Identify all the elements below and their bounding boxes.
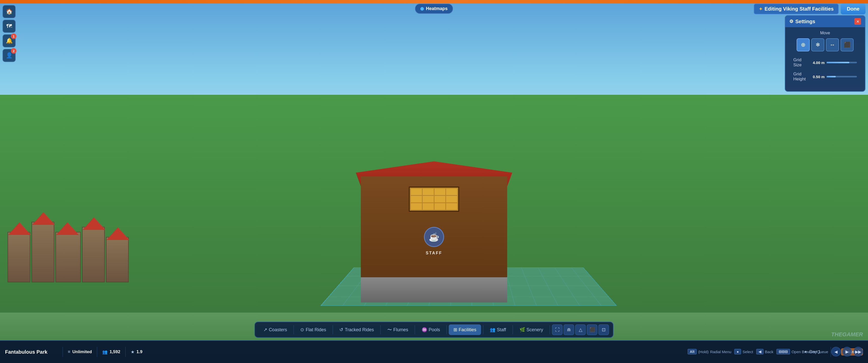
nav-prev-button[interactable]: ◀ [831,347,841,357]
move-horizontal-button[interactable]: ↔ [826,38,839,52]
select-key: ● [734,349,741,355]
alt-key-badge: Alt [688,349,697,355]
budget-value: Unlimited [72,350,92,355]
toolbar-scenery[interactable]: 🌿 Scenery [515,324,548,335]
flat-rides-label: Flat Rides [306,327,326,332]
grid-size-label: Grid Size [793,58,811,68]
grid-size-value: 4.00 m [811,61,825,65]
nav-next-button[interactable]: ▶▶ [854,347,863,357]
radial-menu-label: Radial Menu [710,350,731,354]
coasters-label: Coasters [269,327,287,332]
building-4 [82,227,105,282]
tracked-rides-label: Tracked Rides [345,327,374,332]
building-base [361,277,507,302]
flat-rides-icon: ⊙ [300,327,304,332]
toolbar-flat-rides[interactable]: ⊙ Flat Rides [296,324,331,335]
grid-height-value: 0.50 m [811,75,825,79]
freeze-button[interactable]: ❄ [811,38,824,52]
toolbar-icon-btn-2[interactable]: ⋒ [564,324,574,335]
done-button[interactable]: Done [841,3,866,14]
editing-bar: ✦ Editing Viking Staff Facilities Done [754,3,866,14]
hold-label: (Hold) [698,350,709,354]
upper-window [409,187,459,212]
settings-title: Settings [795,19,815,25]
select-hint: ● Select [734,349,753,355]
toolbar-tracked-rides[interactable]: ↺ Tracked Rides [335,324,378,335]
toolbar-staff[interactable]: 👥 Staff [485,324,511,335]
flumes-label: Flumes [393,327,408,332]
grid-height-row: Grid Height 0.50 m [789,70,861,84]
back-hint: ◀ Back [756,349,773,355]
park-name: Fantabulous Park [5,349,48,355]
building-5 [106,237,129,282]
grid-height-label: Grid Height [793,72,811,82]
profile-button[interactable]: 👤 2 [2,49,16,62]
pools-label: Pools [429,327,440,332]
snap-button[interactable]: ⬛ [840,38,854,52]
budget-item: ≡ Unlimited [68,350,92,355]
select-label: Select [743,350,753,354]
guests-count: 1,592 [110,350,120,355]
staff-icon: 👥 [490,327,495,332]
radial-menu-hint: Alt (Hold) Radial Menu [688,349,732,355]
building-2 [32,222,54,282]
notifications-badge: 1 [11,34,17,39]
move-title: Move [789,31,861,35]
grid-size-row: Grid Size 4.00 m [789,56,861,70]
grid-height-slider[interactable] [827,76,857,77]
staff-label: Staff [497,327,506,332]
status-div-3 [125,347,126,357]
rating-value: 1.9 [136,350,143,355]
map-button[interactable]: 🗺 [2,20,16,33]
nav-buttons: ◀ ▶ ▶▶ [831,347,863,357]
home-button[interactable]: 🏠 [2,5,16,18]
building-3 [56,232,81,282]
facilities-label: Facilities [459,327,476,332]
scenery-label: Scenery [527,327,543,332]
toolbar-icon-btn-5[interactable]: ⊡ [598,324,609,335]
watermark: THEGAMER [831,331,863,338]
move-all-button[interactable]: ⊕ [797,38,810,52]
notifications-button[interactable]: 🔔 1 [2,34,16,47]
toolbar-facilities[interactable]: ⊞ Facilities [449,324,481,335]
rating-icon: ★ [131,350,134,355]
pools-icon: ♒ [422,327,427,332]
heatmaps-dot-icon [421,7,424,10]
back-key: ◀ [756,349,764,355]
toolbar-sep-1 [293,325,294,334]
flumes-icon: 〜 [387,327,392,333]
back-label: Back [765,350,773,354]
toolbar-coasters[interactable]: ↗ Coasters [259,324,291,335]
grid-height-control: 0.50 m [811,75,857,79]
move-controls: ⊕ ❄ ↔ ⬛ [789,38,861,52]
scenery-icon: 🌿 [520,327,525,332]
tracked-rides-icon: ↺ [339,327,343,332]
building-1 [7,232,30,282]
toolbar-pools[interactable]: ♒ Pools [417,324,444,335]
building-walls: ☕ STAFF [361,176,507,302]
nav-play-button[interactable]: ▶ [842,347,852,357]
open-browser-hint: ⊟⊟⊟ Open Browser/Queue [776,349,828,355]
browser-key: ⊟⊟⊟ [776,349,790,355]
toolbar-icon-btn-3[interactable]: △ [575,324,586,335]
settings-close-button[interactable]: ✕ [855,18,861,25]
bottom-right-controls: Alt (Hold) Radial Menu ● Select ◀ Back ⊟… [683,340,868,363]
guests-icon: 👥 [102,350,107,355]
settings-panel: ⚙ Settings ✕ Move ⊕ ❄ ↔ ⬛ Grid Size 4.00… [785,15,866,92]
heatmaps-button[interactable]: Heatmaps [415,3,453,14]
rating-item: ★ 1.9 [131,350,143,355]
profile-badge: 2 [11,48,17,54]
budget-icon: ≡ [68,350,70,355]
facilities-icon: ⊞ [454,327,457,332]
staff-icon-sign: ☕ [424,227,444,247]
staff-label: STAFF [426,251,442,255]
toolbar-icon-btn-1[interactable]: ⛶ [552,324,563,335]
grid-size-control: 4.00 m [811,61,857,65]
grid-size-slider[interactable] [827,62,857,63]
editing-text: Editing Viking Staff Facilities [765,6,834,12]
toolbar-icon-btn-4[interactable]: ⬛ [587,324,597,335]
settings-header: ⚙ Settings ✕ [785,15,865,27]
toolbar-flumes[interactable]: 〜 Flumes [383,324,413,335]
guests-item: 👥 1,592 [102,350,120,355]
bottom-toolbar: ↗ Coasters ⊙ Flat Rides ↺ Tracked Rides … [254,322,613,338]
